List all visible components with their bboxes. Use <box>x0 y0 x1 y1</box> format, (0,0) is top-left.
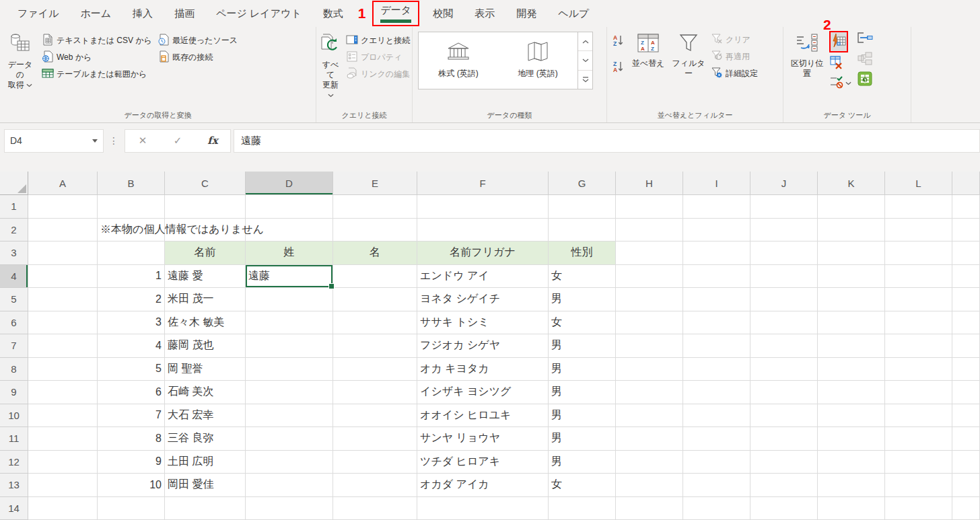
tab-校閲[interactable]: 校閲 <box>425 3 461 24</box>
cell-F5[interactable]: ヨネタ シゲイチ <box>417 288 549 311</box>
cell-E1[interactable] <box>333 195 417 219</box>
cell-partial-12[interactable] <box>952 451 980 474</box>
tab-描画[interactable]: 描画 <box>166 3 203 24</box>
queries-connections-button[interactable]: クエリと接続 <box>343 32 413 49</box>
cell-C12[interactable]: 土田 広明 <box>165 451 246 474</box>
cell-I8[interactable] <box>683 358 750 381</box>
data-validation-button[interactable] <box>829 75 851 91</box>
cell-C14[interactable] <box>165 497 246 520</box>
cell-C1[interactable] <box>165 195 246 219</box>
insert-function-icon[interactable]: fx <box>203 135 223 147</box>
cell-F14[interactable] <box>417 497 549 520</box>
cell-I14[interactable] <box>683 497 750 520</box>
cell-B10[interactable]: 7 <box>98 404 165 428</box>
cell-K7[interactable] <box>818 334 885 358</box>
cell-K12[interactable] <box>818 451 885 474</box>
formula-input[interactable]: 遠藤 <box>234 129 980 153</box>
cell-D9[interactable] <box>246 381 333 404</box>
gallery-scroll-down[interactable] <box>578 51 592 70</box>
cell-I5[interactable] <box>683 288 750 311</box>
column-header-E[interactable]: E <box>333 172 417 195</box>
cell-H10[interactable] <box>616 404 683 428</box>
cell-J10[interactable] <box>750 404 818 428</box>
cell-G3[interactable]: 性別 <box>549 242 616 265</box>
cell-K10[interactable] <box>818 404 885 428</box>
cell-F11[interactable]: サンヤ リョウヤ <box>417 427 549 451</box>
cell-B2[interactable]: ※本物の個人情報ではありません <box>98 219 165 242</box>
cell-J13[interactable] <box>750 474 818 497</box>
from-web-button[interactable]: Web から <box>39 49 155 66</box>
cell-A3[interactable] <box>28 242 98 265</box>
row-header-9[interactable]: 9 <box>0 381 28 404</box>
column-header-G[interactable]: G <box>549 172 616 195</box>
cell-A14[interactable] <box>28 497 98 520</box>
cell-F6[interactable]: ササキ トシミ <box>417 311 549 335</box>
cell-D10[interactable] <box>246 404 333 428</box>
tab-開発[interactable]: 開発 <box>508 3 545 24</box>
cell-A1[interactable] <box>28 195 98 219</box>
cell-I13[interactable] <box>683 474 750 497</box>
cell-L5[interactable] <box>885 288 952 311</box>
cell-K5[interactable] <box>818 288 885 311</box>
cell-D12[interactable] <box>246 451 333 474</box>
gallery-more-button[interactable] <box>578 71 592 89</box>
cell-H13[interactable] <box>616 474 683 497</box>
cell-D8[interactable] <box>246 358 333 381</box>
cell-L8[interactable] <box>885 358 952 381</box>
column-header-B[interactable]: B <box>98 172 165 195</box>
edit-links-button[interactable]: リンクの編集 <box>343 66 413 83</box>
cell-H12[interactable] <box>616 451 683 474</box>
cell-partial-10[interactable] <box>952 404 980 428</box>
cell-J1[interactable] <box>750 195 818 219</box>
cell-partial-8[interactable] <box>952 358 980 381</box>
sort-descending-button[interactable]: ZA <box>608 59 627 76</box>
cell-G11[interactable]: 男 <box>549 427 616 451</box>
manage-data-model-button[interactable] <box>857 71 873 88</box>
tab-ファイル[interactable]: ファイル <box>9 3 67 24</box>
cell-partial-2[interactable] <box>952 219 980 242</box>
cell-D11[interactable] <box>246 427 333 451</box>
cell-B13[interactable]: 10 <box>98 474 165 497</box>
cell-K1[interactable] <box>818 195 885 219</box>
formula-bar-splitter[interactable]: ⋮ <box>104 135 125 146</box>
cell-E3[interactable]: 名 <box>333 242 417 265</box>
cell-A7[interactable] <box>28 334 98 358</box>
cell-F10[interactable]: オオイシ ヒロユキ <box>417 404 549 428</box>
cell-A5[interactable] <box>28 288 98 311</box>
name-box-dropdown-icon[interactable] <box>92 139 98 143</box>
column-header-C[interactable]: C <box>165 172 246 195</box>
cell-A8[interactable] <box>28 358 98 381</box>
column-header-L[interactable]: L <box>885 172 952 195</box>
cell-L13[interactable] <box>885 474 952 497</box>
cell-B14[interactable] <box>98 497 165 520</box>
cell-E9[interactable] <box>333 381 417 404</box>
cell-E2[interactable] <box>333 219 417 242</box>
cell-B12[interactable]: 9 <box>98 451 165 474</box>
row-header-4[interactable]: 4 <box>0 265 28 289</box>
cell-J9[interactable] <box>750 381 818 404</box>
column-header-F[interactable]: F <box>417 172 549 195</box>
cell-F4[interactable]: エンドウ アイ <box>417 265 549 289</box>
cell-L4[interactable] <box>885 265 952 289</box>
tab-挿入[interactable]: 挿入 <box>125 3 161 24</box>
cell-J7[interactable] <box>750 334 818 358</box>
column-header-D[interactable]: D <box>246 172 333 195</box>
cell-F1[interactable] <box>417 195 549 219</box>
cell-I1[interactable] <box>683 195 750 219</box>
stocks-data-type[interactable]: 株式 (英語) <box>419 32 498 89</box>
cell-K3[interactable] <box>818 242 885 265</box>
row-header-3[interactable]: 3 <box>0 242 28 265</box>
tab-表示[interactable]: 表示 <box>466 3 503 24</box>
cell-K11[interactable] <box>818 427 885 451</box>
cell-I4[interactable] <box>683 265 750 289</box>
cell-C11[interactable]: 三谷 良弥 <box>165 427 246 451</box>
cell-partial-14[interactable] <box>952 497 980 520</box>
cell-partial-4[interactable] <box>952 265 980 289</box>
cell-B9[interactable]: 6 <box>98 381 165 404</box>
cell-C9[interactable]: 石崎 美次 <box>165 381 246 404</box>
cell-L14[interactable] <box>885 497 952 520</box>
tab-ホーム[interactable]: ホーム <box>72 3 119 24</box>
cell-H2[interactable] <box>616 219 683 242</box>
cell-B3[interactable] <box>98 242 165 265</box>
cell-D1[interactable] <box>246 195 333 219</box>
